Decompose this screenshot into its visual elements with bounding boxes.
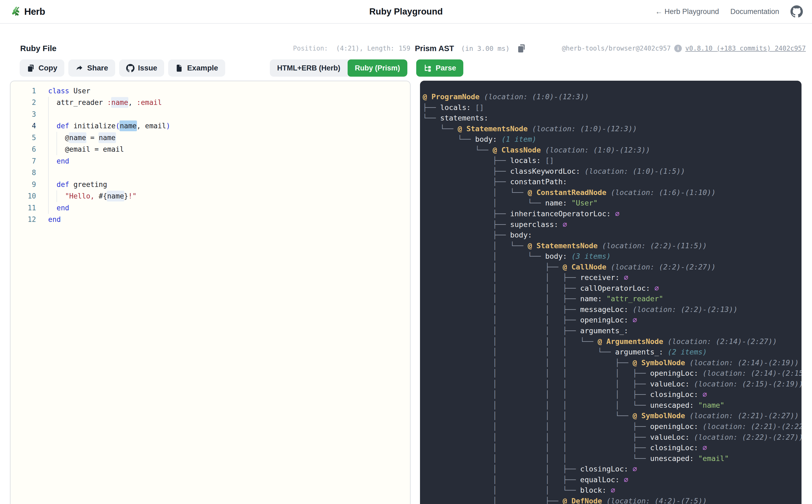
line-number: 2: [10, 98, 36, 107]
ast-line: └── statements:: [423, 113, 802, 123]
ast-line: │ │ ├── arguments_:: [423, 325, 802, 336]
file-icon: [175, 64, 183, 72]
ast-line: │ │ │ │ ├── valueLoc: (location: (2:15)-…: [423, 379, 802, 389]
line-number: 3: [10, 110, 36, 118]
ast-line: │ │ ├── name: "attr_reader": [423, 293, 802, 304]
info-icon[interactable]: i: [674, 45, 682, 52]
parse-button-label: Parse: [436, 64, 456, 72]
line-number: 12: [10, 215, 36, 223]
page-title: Ruby Playground: [369, 6, 443, 17]
ast-line: │ │ │ │ └── unescaped: "name": [423, 400, 802, 411]
indent-guide: [56, 132, 57, 144]
indent-guide: [48, 144, 49, 155]
ast-line: │ │ ├── openingLoc: ∅: [423, 315, 802, 325]
release-link[interactable]: v0.8.10 (+183 commits) 2402c957: [685, 45, 806, 52]
ast-panel-header: Prism AST (in 3.00 ms): [415, 42, 526, 54]
brand-name: Herb: [24, 6, 45, 17]
share-button[interactable]: Share: [68, 59, 115, 77]
ast-line: └── body: (1 item): [423, 134, 802, 145]
ast-line: │ │ │ │ ├── openingLoc: (location: (2:14…: [423, 368, 802, 379]
editor-panel-label: Ruby File: [20, 44, 56, 53]
code-line: 12end: [10, 214, 410, 226]
length-label: Length:: [367, 45, 394, 52]
button-label: Share: [87, 64, 108, 72]
ast-line: │ ├── @ DefNode (location: (4:2)-(7:5)): [423, 496, 802, 504]
code-line: 3: [10, 108, 410, 120]
ast-line: │ │ │ ├── @ SymbolNode (location: (2:14)…: [423, 357, 802, 368]
example-button[interactable]: Example: [168, 59, 225, 77]
ast-line: ├── locals: []: [423, 102, 802, 113]
line-number: 1: [10, 87, 36, 95]
code-line: 7 end: [10, 155, 410, 167]
indent-guide: [48, 97, 49, 109]
tab-html-erb-herb[interactable]: HTML+ERB (Herb): [270, 59, 347, 77]
code-line: 5 @name = name: [10, 132, 410, 144]
indent-guide: [48, 179, 49, 190]
ast-tree: @ ProgramNode (location: (1:0)-(12:3))├─…: [420, 81, 802, 504]
copy-ast-button[interactable]: [517, 44, 526, 53]
ast-line: └── @ StatementsNode (location: (1:0)-(1…: [423, 123, 802, 134]
issue-button[interactable]: Issue: [119, 59, 164, 77]
editor-action-buttons: CopyShareIssueExample: [20, 59, 225, 77]
brand[interactable]: Herb: [9, 5, 45, 18]
copy-icon: [517, 44, 526, 53]
code-editor-panel[interactable]: 1class User2 attr_reader :name, :email34…: [10, 81, 411, 504]
ast-line: │ └── name: "User": [423, 198, 802, 208]
ast-line: │ │ │ ├── valueLoc: (location: (2:22)-(2…: [423, 432, 802, 443]
ast-output-panel[interactable]: @ ProgramNode (location: (1:0)-(12:3))├─…: [420, 81, 802, 504]
position-label: Position:: [293, 45, 328, 52]
ast-line: │ │ │ └── unescaped: "email": [423, 453, 802, 464]
line-number: 5: [10, 134, 36, 142]
parse-button[interactable]: Parse: [416, 59, 463, 77]
ast-line: │ │ ├── receiver: ∅: [423, 272, 802, 283]
line-number: 11: [10, 204, 36, 212]
ast-line: │ │ ├── messageLoc: (location: (2:2)-(2:…: [423, 304, 802, 315]
copy-icon: [27, 64, 35, 72]
ast-line: │ │ ├── callOperatorLoc: ∅: [423, 283, 802, 294]
code-line: 8: [10, 167, 410, 179]
ast-line: │ │ │ └── @ SymbolNode (location: (2:21)…: [423, 410, 802, 421]
parse-time: (in 3.00 ms): [461, 45, 510, 52]
line-number: 8: [10, 169, 36, 177]
ast-line: │ │ │ ├── closingLoc: ∅: [423, 442, 802, 453]
ast-line: │ │ └── block: ∅: [423, 485, 802, 496]
editor-panel-label-row: Ruby File: [20, 42, 56, 54]
line-number: 6: [10, 145, 36, 153]
indent-guide: [48, 120, 49, 132]
indent-guide: [48, 202, 49, 214]
ast-line: @ ProgramNode (location: (1:0)-(12:3)): [423, 91, 802, 102]
documentation-link[interactable]: Documentation: [730, 8, 779, 16]
code-line: 9 def greeting: [10, 179, 410, 190]
indent-guide: [48, 167, 49, 179]
github-icon: [126, 64, 134, 72]
ast-line: │ │ ├── equalLoc: ∅: [423, 474, 802, 485]
ast-line: │ └── @ ConstantReadNode (location: (1:6…: [423, 187, 802, 198]
back-to-playground-link[interactable]: ← Herb Playground: [655, 8, 719, 16]
ast-line: ├── constantPath:: [423, 176, 802, 187]
code-line: 6 @email = email: [10, 144, 410, 155]
herb-leaf-logo-icon: [9, 5, 22, 18]
tab-ruby-prism[interactable]: Ruby (Prism): [347, 59, 408, 77]
ast-panel-title: Prism AST: [415, 44, 454, 53]
code-line: 11 end: [10, 202, 410, 214]
parse-tree-icon: [424, 64, 432, 72]
parser-toggle: HTML+ERB (Herb) Ruby (Prism): [270, 59, 408, 77]
ast-line: └── @ ClassNode (location: (1:0)-(12:3)): [423, 145, 802, 155]
github-link-icon[interactable]: [790, 5, 803, 18]
code-line: 2 attr_reader :name, :email: [10, 97, 410, 109]
code-editor[interactable]: 1class User2 attr_reader :name, :email34…: [10, 81, 410, 225]
line-number: 7: [10, 157, 36, 165]
ast-line: ├── superclass: ∅: [423, 219, 802, 230]
position-value: (4:21),: [336, 45, 363, 52]
line-number: 4: [10, 122, 36, 130]
indent-guide: [56, 190, 57, 202]
ast-line: │ │ │ │ ├── closingLoc: ∅: [423, 389, 802, 400]
indent-guide: [48, 132, 49, 144]
copy-button[interactable]: Copy: [20, 59, 64, 77]
indent-guide: [48, 108, 49, 120]
app-header: Herb Ruby Playground ← Herb Playground D…: [0, 0, 812, 24]
ast-line: │ │ │ ├── openingLoc: (location: (2:21)-…: [423, 421, 802, 432]
code-line: 10 "Hello, #{name}!": [10, 190, 410, 202]
ast-line: ├── classKeywordLoc: (location: (1:0)-(1…: [423, 166, 802, 177]
version-info: @herb-tools/browser@2402c957 i v0.8.10 (…: [562, 42, 806, 54]
